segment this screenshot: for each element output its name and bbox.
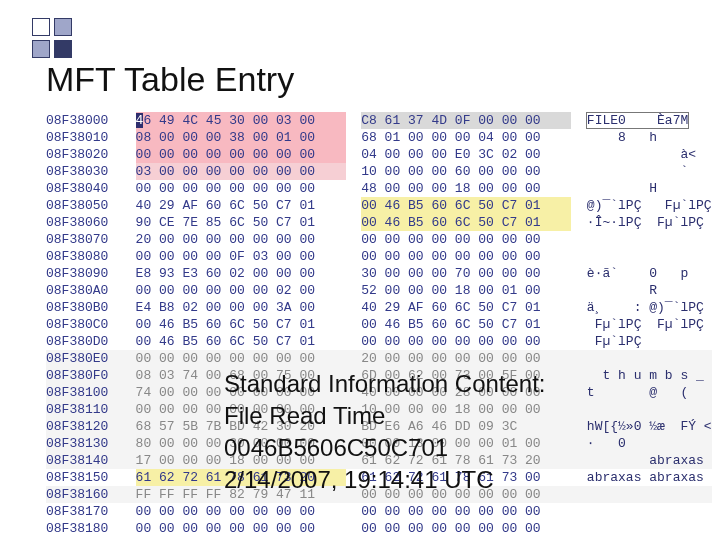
overlay-line-3: 0046B5606C50C701 (224, 432, 546, 464)
slide-logo (32, 18, 76, 58)
overlay-line-4: 2/14/2007, 19:14:41 UTC (224, 464, 546, 496)
overlay-line-2: File Read Time (224, 400, 546, 432)
slide-title: MFT Table Entry (46, 60, 294, 99)
overlay-text: Standard Information Content: File Read … (224, 368, 546, 496)
overlay-line-1: Standard Information Content: (224, 368, 546, 400)
